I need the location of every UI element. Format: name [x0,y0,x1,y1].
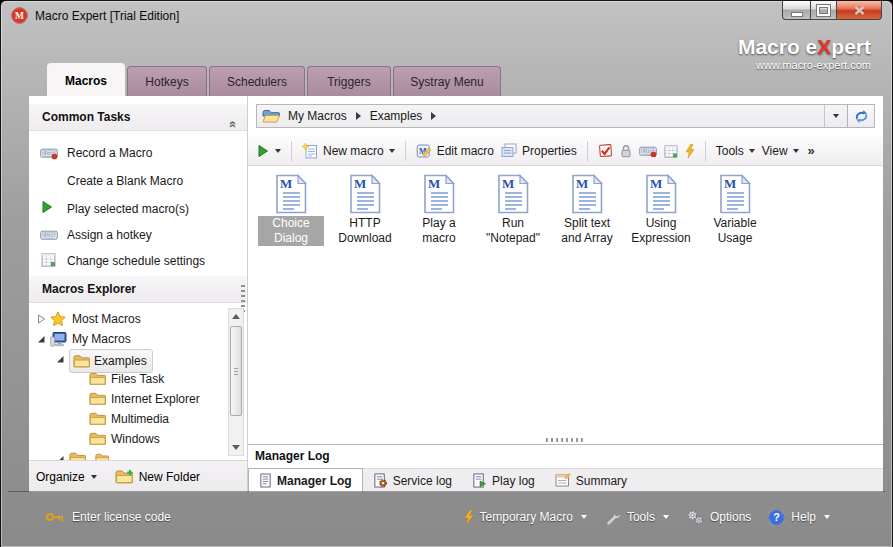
play-icon [258,145,268,157]
log-tab-service-log[interactable]: Service log [363,469,462,492]
log-tab-play-log[interactable]: Play log [462,469,545,492]
folder-icon [69,451,86,460]
tree-item-most-macros[interactable]: Most Macros [29,309,247,329]
arrow-up-icon [232,314,240,319]
brand-website: www.macro-expert.com [738,60,871,71]
macro-doc-icon [274,174,308,214]
tree-item-internet-explorer[interactable]: Internet Explorer [29,389,247,409]
macro-item-play-a-macro[interactable]: Play a macro [406,174,472,246]
tree-scrollbar[interactable] [228,308,244,456]
macro-item-choice-dialog[interactable]: Choice Dialog [258,174,324,246]
help-button[interactable]: Help [768,509,830,526]
macro-item-variable-usage[interactable]: Variable Usage [702,174,768,246]
minimize-button[interactable] [782,1,811,20]
tree-item-windows[interactable]: Windows [29,429,247,449]
close-icon [854,6,865,15]
log-tab-manager-log[interactable]: Manager Log [248,468,363,492]
tree-item-files-task[interactable]: Files Task [29,369,247,389]
lock-button[interactable] [620,144,632,158]
breadcrumb-arrow-icon[interactable] [356,112,361,120]
organize-bar: Organize New Folder [29,460,247,492]
trigger-button[interactable] [685,144,695,158]
organize-button[interactable]: Organize [36,470,85,484]
new-folder-icon [115,469,133,484]
tree-item-multimedia[interactable]: Multimedia [29,409,247,429]
view-menu-button[interactable]: View [762,144,799,158]
breadcrumb-dropdown-button[interactable] [824,105,847,127]
open-folder-icon [262,109,280,123]
tree-item-my-macros[interactable]: My Macros [29,329,247,349]
window-controls [782,1,882,20]
chevron-down-icon [749,149,755,153]
toolbar-separator [587,141,588,161]
tree-item-partial[interactable] [29,449,247,460]
tab-systray-menu[interactable]: Systray Menu [393,66,501,96]
properties-button[interactable]: Properties [501,143,577,158]
breadcrumb-examples[interactable]: Examples [368,109,425,123]
expand-open-icon[interactable] [37,335,46,344]
lightning-icon [464,510,474,524]
common-tasks-header[interactable]: Common Tasks » [29,104,247,131]
options-button[interactable]: Options [686,509,751,525]
thumb-grip [234,367,238,375]
macro-item-split-text-and-array[interactable]: Split text and Array [554,174,620,246]
task-create-blank-macro[interactable]: Create a Blank Macro [29,166,247,196]
breadcrumb-my-macros[interactable]: My Macros [286,109,349,123]
edit-macro-button[interactable]: Edit macro [416,143,494,159]
record-button[interactable] [639,145,657,157]
breadcrumb-arrow-icon[interactable] [431,112,436,120]
toolbar: New macro Edit macro Properties [248,136,883,166]
refresh-button[interactable] [847,105,874,127]
expand-open-icon[interactable] [56,355,65,364]
breadcrumb-controls [824,105,874,127]
content-region: Common Tasks » Record a Macro Create a B… [8,96,885,492]
log-panel-title: Manager Log [248,445,883,463]
document-gear-icon [373,473,388,488]
banner: Macro eXpert www.macro-expert.com Macros… [8,29,885,96]
tree-item-examples[interactable]: Examples [29,349,247,369]
brand-logo: Macro eXpert www.macro-expert.com [738,36,871,71]
collapse-chevron-icon[interactable]: » [218,121,245,128]
macro-item-http-download[interactable]: HTTP Download [332,174,398,246]
properties-icon [501,143,517,158]
tab-macros[interactable]: Macros [47,63,125,96]
new-macro-button[interactable]: New macro [302,143,395,159]
title-bar[interactable]: Macro Expert [Trial Edition] [2,2,891,29]
toolbar-overflow-button[interactable]: » [808,143,815,158]
expand-collapsed-icon[interactable] [37,314,46,324]
play-macro-button[interactable] [258,145,268,157]
tab-hotkeys[interactable]: Hotkeys [127,66,207,96]
task-change-schedule-settings[interactable]: Change schedule settings [29,248,247,274]
task-record-a-macro[interactable]: Record a Macro [29,140,247,166]
tab-triggers[interactable]: Triggers [307,66,391,96]
scrollbar-thumb[interactable] [230,326,242,416]
toolbar-separator [705,141,706,161]
close-button[interactable] [836,1,882,20]
chevron-down-icon [663,515,669,519]
checklist-button[interactable] [598,143,613,158]
tools-button[interactable]: Tools [604,509,669,526]
play-dropdown-chevron[interactable] [275,149,281,153]
folder-icon [89,371,106,386]
tools-menu-button[interactable]: Tools [716,144,755,158]
common-tasks-title: Common Tasks [42,110,130,124]
schedule-button[interactable] [664,144,678,158]
temporary-macro-button[interactable]: Temporary Macro [464,510,587,524]
task-assign-a-hotkey[interactable]: Assign a hotkey [29,222,247,248]
maximize-button[interactable] [810,1,837,20]
task-play-selected-macros[interactable]: Play selected macro(s) [29,196,247,222]
scroll-up-button[interactable] [229,309,243,324]
new-folder-button[interactable]: New Folder [139,470,200,484]
macro-doc-icon [422,174,456,214]
document-icon [259,473,272,488]
common-tasks-list: Record a Macro Create a Blank Macro Play… [29,140,247,274]
scroll-down-button[interactable] [229,440,243,455]
log-splitter-grip[interactable] [546,438,586,442]
chevron-down-icon[interactable] [91,475,97,479]
license-button[interactable]: Enter license code [46,492,171,542]
tab-schedulers[interactable]: Schedulers [209,66,305,96]
toolbar-separator [291,141,292,161]
macro-item-run-notepad[interactable]: Run "Notepad" [480,174,546,246]
macro-item-using-expression[interactable]: Using Expression [628,174,694,246]
log-tab-summary[interactable]: Summary [545,469,637,492]
